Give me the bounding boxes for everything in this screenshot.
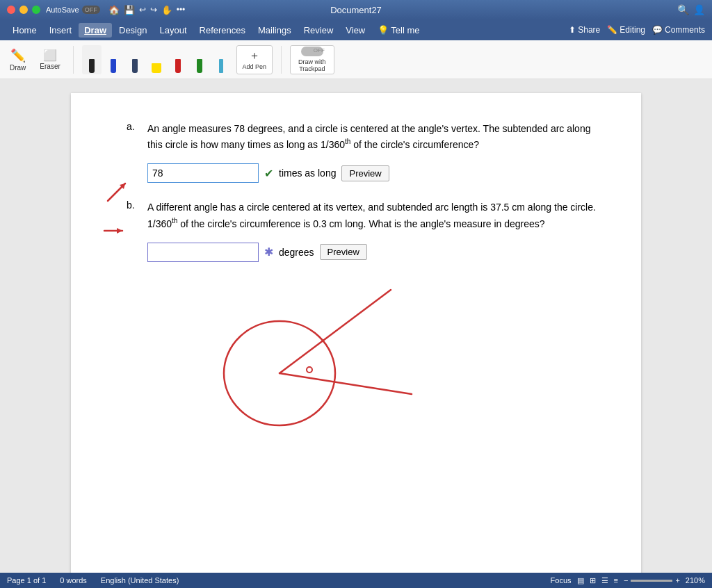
- layout-icon-4[interactable]: ≡: [614, 576, 618, 585]
- problem-a-suffix: times as long: [279, 168, 336, 179]
- autosave-label: AutoSave: [46, 6, 79, 14]
- asterisk-mark-b: ✱: [264, 245, 273, 259]
- share-icon: ⬆: [569, 25, 576, 35]
- divider-1: [73, 46, 74, 74]
- menu-item-tell-me[interactable]: 💡 Tell me: [372, 23, 425, 38]
- menu-item-mailings[interactable]: Mailings: [252, 23, 297, 38]
- menu-item-references[interactable]: References: [194, 23, 251, 38]
- document-title: Document27: [330, 5, 382, 15]
- draw-trackpad-button[interactable]: OFF Draw with Trackpad: [290, 45, 334, 74]
- problem-b-text: A different angle has a circle centered …: [147, 199, 599, 231]
- page-info: Page 1 of 1: [7, 576, 46, 585]
- problem-b-answer-row: ✱ degrees Preview: [147, 243, 599, 262]
- problem-b-suffix: degrees: [279, 247, 314, 258]
- add-pen-button[interactable]: ＋ Add Pen: [236, 45, 273, 74]
- autosave-area: AutoSave OFF: [46, 6, 100, 14]
- eraser-icon: ⬜: [43, 49, 57, 62]
- pencil-icon: ✏️: [607, 25, 617, 35]
- problem-b: b. A different angle has a circle center…: [127, 199, 599, 261]
- menu-item-draw[interactable]: Draw: [79, 23, 112, 38]
- ink-arrow-horizontal: [103, 224, 127, 240]
- save-icon[interactable]: 💾: [124, 5, 135, 15]
- touch-icon[interactable]: ✋: [161, 5, 172, 15]
- quick-access-toolbar: 🏠 💾 ↩ ↪ ✋ •••: [108, 5, 186, 15]
- zoom-slider[interactable]: [631, 580, 672, 582]
- svg-marker-3: [117, 228, 122, 234]
- pen-red[interactable]: [168, 45, 188, 74]
- menu-item-layout[interactable]: Layout: [154, 23, 192, 38]
- problem-b-item: b. A different angle has a circle center…: [127, 199, 599, 231]
- problem-a-preview-button[interactable]: Preview: [341, 165, 389, 181]
- zoom-out-button[interactable]: −: [624, 576, 628, 585]
- divider-2: [281, 46, 282, 74]
- problem-a-answer-row: ✔ times as long Preview: [147, 163, 599, 183]
- menu-item-design[interactable]: Design: [113, 23, 152, 38]
- pen-tools: [82, 45, 231, 74]
- ribbon: ✏️ Draw ⬜ Eraser: [0, 40, 712, 79]
- document-page: a. An angle measures 78 degrees, and a c…: [71, 93, 641, 573]
- redo-icon[interactable]: ↪: [150, 5, 157, 15]
- svg-point-7: [307, 367, 312, 373]
- problem-a: a. An angle measures 78 degrees, and a c…: [127, 121, 599, 183]
- ink-arrow-diagonal: [104, 177, 132, 207]
- word-count: 0 words: [60, 576, 87, 585]
- problem-a-text: An angle measures 78 degrees, and a circ…: [147, 121, 599, 152]
- menu-item-home[interactable]: Home: [7, 23, 42, 38]
- check-mark-a: ✔: [264, 167, 273, 180]
- layout-icon-3[interactable]: ☰: [601, 576, 608, 585]
- search-icon[interactable]: 🔍: [677, 4, 689, 15]
- traffic-lights: [7, 6, 40, 14]
- document-area: a. An angle measures 78 degrees, and a c…: [0, 79, 712, 573]
- problem-a-item: a. An angle measures 78 degrees, and a c…: [127, 121, 599, 152]
- editing-button[interactable]: ✏️ Editing: [607, 25, 645, 35]
- language: English (United States): [101, 576, 179, 585]
- add-pen-icon: ＋: [249, 49, 260, 63]
- pen-yellow[interactable]: [147, 45, 166, 74]
- pen-blue[interactable]: [104, 45, 123, 74]
- problem-a-label: a.: [127, 121, 140, 152]
- menu-bar-right: ⬆ Share ✏️ Editing 💬 Comments: [569, 25, 705, 35]
- problem-b-preview-button[interactable]: Preview: [320, 244, 367, 260]
- menu-item-view[interactable]: View: [340, 23, 371, 38]
- svg-line-5: [280, 290, 391, 373]
- maximize-button[interactable]: [32, 6, 40, 14]
- share-button[interactable]: ⬆ Share: [569, 25, 600, 35]
- comments-button[interactable]: 💬 Comments: [652, 25, 705, 35]
- more-icon[interactable]: •••: [177, 5, 186, 15]
- title-bar-actions: 🔍 👤: [677, 4, 705, 15]
- pen-black[interactable]: [82, 45, 102, 74]
- zoom-control: − +: [624, 576, 680, 585]
- pen-green[interactable]: [190, 45, 209, 74]
- zoom-level[interactable]: 210%: [686, 576, 705, 585]
- layout-icon-2[interactable]: ⊞: [590, 576, 596, 585]
- status-bar-right: Focus ▤ ⊞ ☰ ≡ − + 210%: [551, 576, 705, 585]
- title-bar: AutoSave OFF 🏠 💾 ↩ ↪ ✋ ••• Document27 🔍 …: [0, 0, 712, 19]
- problem-a-input[interactable]: [147, 163, 259, 183]
- ink-drawing-svg: [140, 283, 488, 443]
- draw-icon: ✏️: [10, 48, 26, 63]
- eraser-button[interactable]: ⬜ Eraser: [35, 46, 64, 73]
- home-icon[interactable]: 🏠: [108, 5, 120, 15]
- status-bar: Page 1 of 1 0 words English (United Stat…: [0, 573, 712, 588]
- ink-drawing-area: [140, 283, 599, 446]
- trackpad-toggle[interactable]: OFF: [301, 47, 323, 56]
- pen-lightblue[interactable]: [211, 45, 231, 74]
- autosave-toggle[interactable]: OFF: [82, 6, 100, 14]
- svg-line-6: [280, 373, 412, 394]
- focus-button[interactable]: Focus: [551, 576, 572, 585]
- close-button[interactable]: [7, 6, 15, 14]
- undo-icon[interactable]: ↩: [139, 5, 146, 15]
- user-icon[interactable]: 👤: [693, 4, 705, 15]
- menu-item-insert[interactable]: Insert: [44, 23, 78, 38]
- minimize-button[interactable]: [19, 6, 28, 14]
- pen-dark[interactable]: [125, 45, 145, 74]
- problem-b-input[interactable]: [147, 243, 259, 262]
- menu-item-review[interactable]: Review: [298, 23, 339, 38]
- menu-bar: Home Insert Draw Design Layout Reference…: [0, 19, 712, 40]
- draw-button[interactable]: ✏️ Draw: [6, 45, 30, 74]
- layout-icon-1[interactable]: ▤: [577, 576, 584, 585]
- zoom-in-button[interactable]: +: [675, 576, 679, 585]
- comment-icon: 💬: [652, 25, 663, 35]
- lightbulb-icon: 💡: [378, 25, 389, 35]
